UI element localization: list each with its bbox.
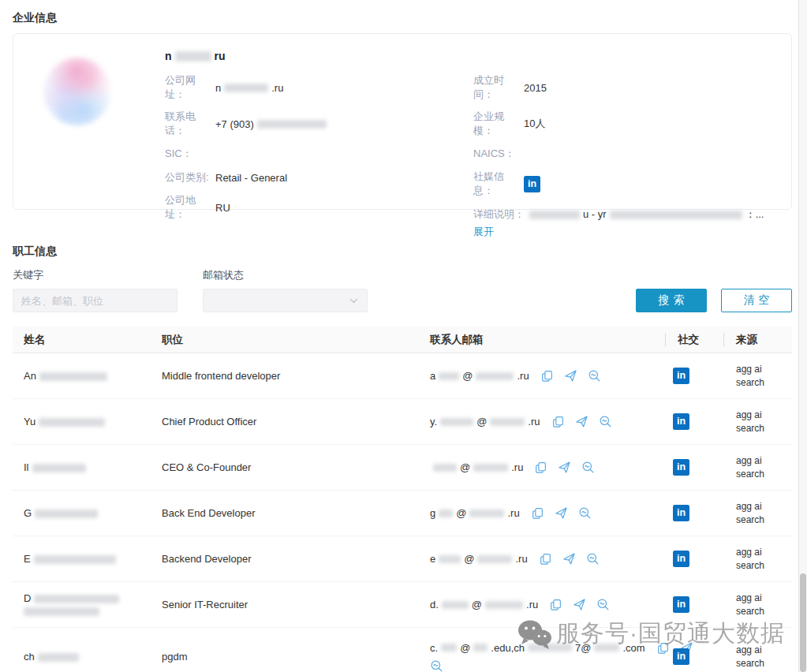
table-row: Yu Chief Product Officer y.@.ru in agg a…: [13, 399, 792, 445]
company-name-prefix: n: [165, 50, 172, 62]
send-email-icon[interactable]: [555, 506, 568, 520]
scale-value: 10人: [524, 117, 545, 131]
phone-value: +7 (903): [215, 118, 330, 130]
verify-email-icon[interactable]: [581, 461, 595, 474]
table-row: ch pgdm c.@.edu,ch7@.com in agg ai searc…: [13, 628, 792, 672]
linkedin-icon[interactable]: in: [673, 505, 689, 521]
redacted-name: [34, 555, 116, 564]
copy-email-icon[interactable]: [551, 415, 565, 428]
email-status-select[interactable]: [203, 289, 368, 312]
redacted-email: [433, 464, 457, 472]
verify-email-icon[interactable]: [588, 369, 601, 383]
linkedin-icon[interactable]: in: [673, 459, 689, 476]
employee-source: agg ai search: [723, 500, 792, 527]
linkedin-icon[interactable]: in: [524, 176, 540, 192]
filter-bar: 关键字 邮箱状态 搜索 清空: [13, 268, 792, 312]
copy-email-icon[interactable]: [549, 598, 562, 611]
table-row: E Backend Developer e@.ru in agg ai sear…: [13, 536, 792, 582]
employee-table: 姓名 职位 联系人邮箱 社交 来源 An Middle frontend dev…: [13, 327, 792, 672]
employee-email-cell: g@.ru: [419, 506, 665, 520]
naics-label: NAICS：: [473, 147, 524, 161]
employee-source: agg ai search: [723, 454, 792, 481]
employee-email-cell: a@.ru: [419, 369, 665, 383]
send-email-icon[interactable]: [558, 461, 571, 474]
employee-name: ch: [13, 651, 151, 663]
page-content: 企业信息 nru 公司网址： n.ru 联系电话： +7 (903): [0, 0, 792, 672]
send-email-icon[interactable]: [575, 415, 588, 428]
redacted-email: [528, 644, 572, 651]
linkedin-icon[interactable]: in: [673, 551, 689, 567]
redacted-email: [441, 644, 457, 651]
col-header-social: 社交: [665, 327, 723, 353]
description-row: 详细说明：u - yr：... 展开: [473, 206, 772, 241]
redacted-email: [485, 601, 523, 609]
employee-email: c.@.edu,ch7@.com: [430, 642, 645, 654]
send-email-icon[interactable]: [564, 369, 577, 383]
search-button[interactable]: 搜索: [636, 289, 707, 312]
employee-email: e@.ru: [430, 553, 528, 565]
clear-button[interactable]: 清空: [721, 289, 792, 312]
scale-label: 企业规模：: [473, 110, 524, 138]
employee-position: Senior IT-Recruiter: [151, 599, 419, 610]
redacted-name: [38, 653, 79, 662]
copy-email-icon[interactable]: [539, 552, 552, 566]
col-header-name: 姓名: [13, 327, 151, 353]
copy-email-icon[interactable]: [540, 369, 554, 383]
verify-email-icon[interactable]: [430, 659, 443, 672]
company-info: nru 公司网址： n.ru 联系电话： +7 (903) SIC：: [165, 50, 772, 193]
employee-position: Back End Developer: [151, 507, 419, 519]
copy-email-icon[interactable]: [534, 461, 547, 474]
employee-email-cell: d.@.ru: [419, 598, 665, 611]
scrollbar-thumb[interactable]: [800, 573, 806, 672]
verify-email-icon[interactable]: [596, 598, 610, 611]
redacted-description: [529, 211, 580, 219]
founded-value: 2015: [524, 82, 547, 94]
employee-position: Middle frontend developer: [151, 370, 419, 382]
employee-email: d.@.ru: [430, 599, 538, 610]
verify-email-icon[interactable]: [599, 415, 612, 428]
redacted-name: [39, 418, 105, 427]
redacted-name: [34, 595, 119, 603]
send-email-icon[interactable]: [573, 598, 586, 611]
keyword-input[interactable]: [13, 289, 177, 312]
employee-name: Il: [13, 461, 151, 474]
category-value: Retail - General: [215, 172, 287, 184]
employee-source: agg ai search: [723, 592, 792, 618]
employee-position: CEO & Co-Founder: [151, 461, 419, 473]
linkedin-icon[interactable]: in: [673, 596, 689, 613]
company-fields-left: 公司网址： n.ru 联系电话： +7 (903) SIC： 公司类别: Ret…: [165, 73, 464, 248]
employee-email: a@.ru: [430, 370, 529, 382]
table-row: D Senior IT-Recruiter d.@.ru in agg ai s…: [13, 582, 792, 628]
sic-label: SIC：: [165, 147, 215, 161]
redacted-email: [442, 601, 469, 609]
redacted-phone: [257, 120, 327, 129]
redacted-name: [39, 372, 107, 381]
employee-email: y.@.ru: [430, 416, 540, 427]
expand-description-link[interactable]: 展开: [473, 226, 494, 237]
linkedin-icon[interactable]: in: [673, 413, 689, 430]
employee-name: Yu: [13, 416, 151, 428]
redacted-email: [439, 372, 459, 380]
redacted-email: [440, 418, 473, 426]
redacted-name: [24, 607, 99, 616]
linkedin-icon[interactable]: in: [673, 648, 689, 665]
verify-email-icon[interactable]: [586, 552, 600, 566]
redacted-name: [32, 464, 86, 472]
address-value: RU: [215, 202, 230, 214]
redacted-email: [473, 464, 508, 472]
employee-email: g@.ru: [430, 507, 520, 519]
employee-position: Backend Developer: [151, 553, 419, 565]
social-label: 社媒信息：: [473, 170, 524, 198]
employee-email-cell: c.@.edu,ch7@.com: [419, 641, 665, 672]
copy-email-icon[interactable]: [531, 506, 544, 520]
linkedin-icon[interactable]: in: [673, 368, 689, 384]
redacted-email: [476, 372, 514, 380]
send-email-icon[interactable]: [562, 552, 576, 566]
redacted-email: [490, 418, 525, 426]
employee-name: E: [13, 553, 151, 566]
vertical-scrollbar[interactable]: [798, 0, 807, 672]
company-fields-right: 成立时间： 2015 企业规模： 10人 NAICS： 社媒信息： in: [473, 73, 772, 248]
employee-email: @.ru: [430, 461, 523, 473]
verify-email-icon[interactable]: [578, 506, 592, 520]
employee-name: D: [13, 592, 151, 618]
